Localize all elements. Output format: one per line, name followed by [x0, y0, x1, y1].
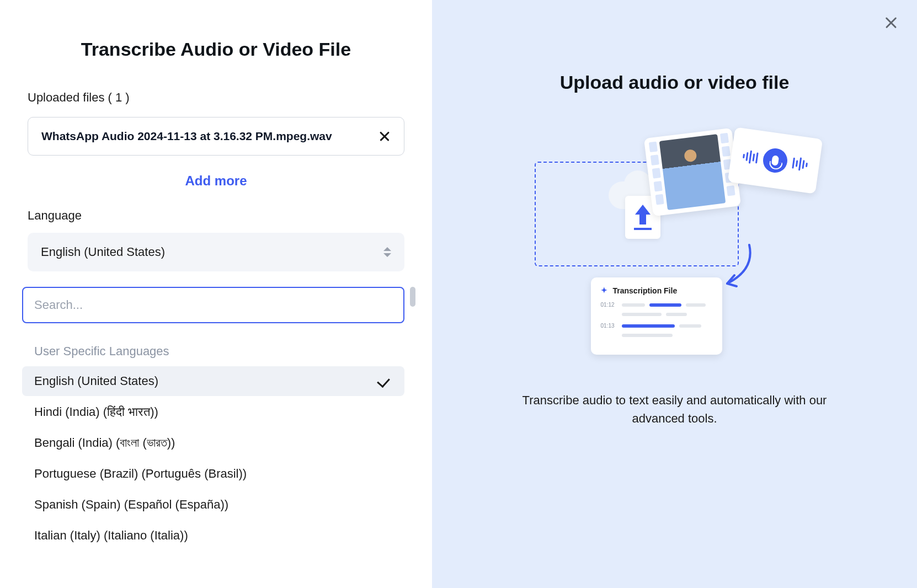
microphone-icon — [761, 147, 789, 174]
upload-illustration: Transcription File 01:12 . 01:13 . — [531, 126, 818, 358]
language-option-label: Italian (Italy) (Italiano (Italia)) — [34, 528, 188, 543]
language-option[interactable]: English (United States) — [22, 366, 404, 396]
page-title: Transcribe Audio or Video File — [28, 39, 404, 60]
uploaded-file-name: WhatsApp Audio 2024-11-13 at 3.16.32 PM.… — [41, 130, 332, 143]
remove-file-icon[interactable] — [378, 130, 391, 142]
right-panel-description: Transcribe audio to text easily and auto… — [520, 391, 829, 427]
language-option-label: English (United States) — [34, 374, 158, 388]
right-panel: Upload audio or video file — [432, 0, 917, 588]
language-option[interactable]: Portuguese (Brazil) (Português (Brasil)) — [22, 459, 404, 489]
chevron-sort-icon — [383, 247, 391, 257]
sparkle-icon — [601, 287, 609, 295]
language-option[interactable]: Spanish (Spain) (Español (España)) — [22, 490, 404, 520]
audio-wave-card — [727, 127, 822, 194]
language-label: Language — [28, 209, 404, 223]
right-panel-title: Upload audio or video file — [465, 72, 884, 93]
curved-arrow-icon — [719, 242, 758, 292]
selected-language-text: English (United States) — [41, 245, 165, 259]
language-search-input[interactable] — [22, 287, 404, 323]
close-icon[interactable] — [884, 15, 898, 30]
left-panel: Transcribe Audio or Video File Uploaded … — [0, 0, 432, 588]
language-select[interactable]: English (United States) — [28, 233, 404, 271]
language-option[interactable]: Hindi (India) (हिंदी भारत)) — [22, 397, 404, 427]
check-icon — [377, 375, 390, 388]
language-dropdown: User Specific Languages English (United … — [22, 287, 404, 550]
language-group-header: User Specific Languages — [22, 336, 404, 366]
uploaded-files-label: Uploaded files ( 1 ) — [28, 90, 404, 105]
language-option[interactable]: Italian (Italy) (Italiano (Italia)) — [22, 521, 404, 550]
timestamp: 01:13 — [601, 323, 617, 329]
video-thumbnail-card — [643, 128, 740, 216]
language-option-label: Hindi (India) (हिंदी भारत)) — [34, 405, 158, 419]
language-option[interactable]: Bengali (India) (বাংলা (ভারত)) — [22, 428, 404, 458]
timestamp: 01:12 — [601, 302, 617, 308]
add-more-button[interactable]: Add more — [28, 173, 404, 189]
language-option-label: Spanish (Spain) (Español (España)) — [34, 498, 228, 512]
uploaded-file-chip: WhatsApp Audio 2024-11-13 at 3.16.32 PM.… — [28, 117, 404, 156]
language-option-label: Portuguese (Brazil) (Português (Brasil)) — [34, 467, 247, 481]
transcription-card-title: Transcription File — [613, 286, 678, 295]
scrollbar-thumb[interactable] — [410, 287, 415, 307]
transcription-preview-card: Transcription File 01:12 . 01:13 . — [591, 277, 722, 355]
language-option-label: Bengali (India) (বাংলা (ভারত)) — [34, 436, 175, 450]
